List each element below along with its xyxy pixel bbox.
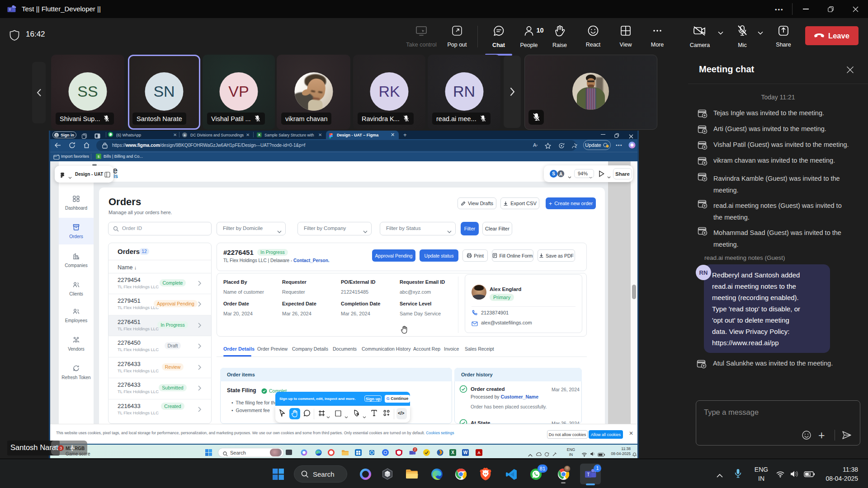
svg-text:T: T: [587, 472, 590, 477]
svg-text:W: W: [463, 450, 468, 455]
svg-text:X: X: [451, 450, 454, 455]
svg-text:A: A: [477, 450, 481, 455]
svg-text:T: T: [9, 8, 11, 12]
